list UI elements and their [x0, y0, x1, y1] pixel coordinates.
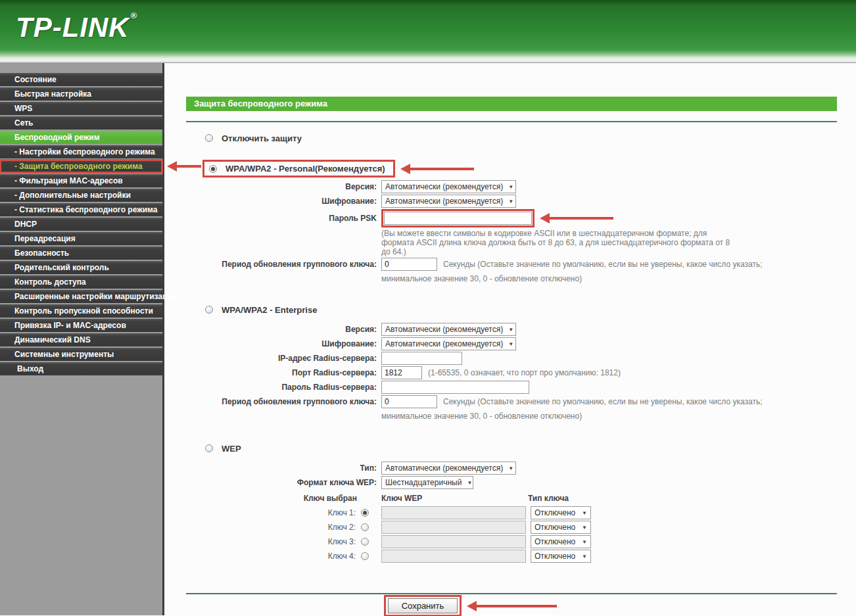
sidebar: СостояниеБыстрая настройкаWPSСетьБеспров… [0, 63, 164, 615]
sidebar-item-label: Сеть [14, 118, 33, 128]
wpa-enterprise-group-key-label: Период обновления группового ключа: [186, 397, 377, 406]
wpa-personal-radio[interactable] [209, 165, 217, 173]
wep-type-select[interactable]: Автоматически (рекомендуется) ▼ [381, 462, 516, 475]
wpa-enterprise-label: WPA/WPA2 - Enterprise [222, 305, 317, 315]
wpa-enterprise-version-select[interactable]: Автоматически (рекомендуется) ▼ [381, 323, 516, 336]
wep-key4-radio[interactable] [361, 552, 369, 560]
wep-key3-type-value: Отключено [535, 537, 575, 546]
wep-col-key: Ключ WEP [381, 494, 528, 503]
wpa-enterprise-encryption-select[interactable]: Автоматически (рекомендуется) ▼ [381, 337, 516, 350]
wpa-personal-label: WPA/WPA2 - Personal(Рекомендуется) [226, 164, 385, 174]
sidebar-item-label: - Фильтрация MAC-адресов [14, 176, 123, 185]
wep-key3-label: Ключ 3: [328, 537, 356, 546]
wep-key1-radio[interactable] [361, 509, 369, 517]
sidebar-item-label: Системные инструменты [14, 350, 114, 359]
wep-key4-label: Ключ 4: [328, 552, 356, 561]
annotation-arrow-wpa-personal [400, 164, 474, 174]
wpa-enterprise-radio[interactable] [205, 306, 213, 314]
sidebar-item-wireless[interactable]: Беспроводной режим [0, 131, 162, 144]
wep-format-label: Формат ключа WEP: [186, 478, 377, 487]
sidebar-item-network[interactable]: Сеть [0, 116, 162, 130]
wpa-personal-encryption-select[interactable]: Автоматически (рекомендуется) ▼ [381, 195, 516, 208]
wep-radio[interactable] [205, 444, 213, 452]
top-banner: TP-LINK® [0, 0, 856, 63]
sidebar-item-label: Переадресация [14, 234, 76, 243]
save-button[interactable]: Сохранить [388, 598, 458, 613]
sidebar-item-label: - Защита беспроводного режима [14, 162, 143, 171]
wep-col-type: Тип ключа [528, 494, 569, 503]
wep-key2-type-select[interactable]: Отключено▼ [531, 521, 591, 534]
sidebar-item-dynamic-dns[interactable]: Динамический DNS [0, 333, 162, 346]
sidebar-item-dhcp[interactable]: DHCP [0, 218, 162, 231]
sidebar-item-advanced-wireless[interactable]: - Дополнительные настройки [0, 189, 162, 202]
sidebar-item-status[interactable]: Состояние [0, 73, 162, 86]
sidebar-item-label: Динамический DNS [14, 335, 91, 344]
radius-password-input[interactable] [381, 381, 529, 394]
sidebar-item-security[interactable]: Безопасность [0, 247, 162, 260]
sidebar-item-wps[interactable]: WPS [0, 102, 162, 115]
chevron-down-icon: ▼ [582, 554, 587, 559]
psk-password-input[interactable] [384, 212, 532, 225]
wep-format-value: Шестнадцатеричный [385, 478, 462, 487]
sidebar-item-mac-filtering[interactable]: - Фильтрация MAC-адресов [0, 174, 162, 187]
radius-port-label: Порт Radius-сервера: [186, 368, 377, 377]
sidebar-item-system-tools[interactable]: Системные инструменты [0, 348, 162, 361]
sidebar-item-forwarding[interactable]: Переадресация [0, 232, 162, 245]
disable-security-option[interactable]: Отключить защиту [205, 131, 840, 145]
wep-key1-type-select[interactable]: Отключено▼ [531, 506, 591, 519]
wpa-personal-encryption-value: Автоматически (рекомендуется) [385, 197, 503, 206]
sidebar-item-label: Контроль пропускной способности [14, 306, 153, 316]
radius-ip-input[interactable] [381, 352, 462, 365]
sidebar-item-bandwidth-control[interactable]: Контроль пропускной способности [0, 304, 162, 318]
wep-format-select[interactable]: Шестнадцатеричный ▼ [381, 476, 473, 489]
wpa-enterprise-group-key-hint-2: минимальное значение 30, 0 - обновление … [381, 412, 582, 421]
sidebar-item-wireless-statistics[interactable]: - Статистика беспроводного режима [0, 203, 162, 216]
sidebar-item-advanced-routing[interactable]: Расширенные настройки маршрутизации [0, 290, 162, 303]
wpa-enterprise-option[interactable]: WPA/WPA2 - Enterprise [205, 302, 840, 317]
psk-password-label: Пароль PSK [186, 214, 377, 223]
sidebar-item-access-control[interactable]: Контроль доступа [0, 275, 162, 289]
wpa-enterprise-version-value: Автоматически (рекомендуется) [385, 325, 503, 334]
wpa-enterprise-group-key-input[interactable] [381, 395, 437, 408]
annotation-arrow-sidebar [167, 161, 201, 172]
radius-port-input[interactable] [381, 366, 422, 379]
wpa-enterprise-version-label: Версия: [186, 325, 377, 334]
wep-type-value: Автоматически (рекомендуется) [385, 463, 503, 473]
wpa-personal-group-key-label: Период обновления группового ключа: [186, 260, 377, 269]
chevron-down-icon: ▼ [508, 199, 513, 204]
wep-key-row: Ключ 3: Отключено▼ [186, 535, 840, 548]
wep-key2-radio[interactable] [361, 523, 369, 531]
sidebar-item-label: - Статистика беспроводного режима [14, 205, 157, 214]
sidebar-item-label: Выход [17, 364, 43, 373]
wep-type-label: Тип: [186, 463, 377, 473]
chevron-down-icon: ▼ [508, 341, 513, 347]
top-separator [186, 121, 837, 122]
annotation-box-wpa-personal: WPA/WPA2 - Personal(Рекомендуется) [202, 160, 395, 178]
chevron-down-icon: ▼ [467, 480, 472, 486]
sidebar-item-label: Контроль доступа [14, 277, 86, 287]
main-content: Защита беспроводного режима Отключить за… [164, 63, 856, 615]
wpa-enterprise-encryption-value: Автоматически (рекомендуется) [385, 339, 503, 348]
wep-option[interactable]: WEP [205, 441, 840, 456]
wep-key3-radio[interactable] [361, 538, 369, 546]
sidebar-item-wireless-security[interactable]: - Защита беспроводного режима [0, 160, 162, 173]
disable-security-radio[interactable] [205, 134, 213, 142]
wpa-personal-version-value: Автоматически (рекомендуется) [385, 182, 503, 191]
wireless-security-form: Отключить защиту WPA/WPA2 - Personal(Рек… [186, 131, 840, 616]
sidebar-item-label: Безопасность [14, 249, 69, 258]
sidebar-item-label: Родительский контроль [14, 263, 109, 272]
sidebar-item-logout[interactable]: Выход [0, 362, 162, 375]
sidebar-item-wireless-settings[interactable]: - Настройки беспроводного режима [0, 145, 162, 158]
chevron-down-icon: ▼ [582, 525, 587, 531]
wep-key3-type-select[interactable]: Отключено▼ [531, 535, 591, 548]
annotation-box-save: Сохранить [384, 595, 462, 616]
wpa-personal-option[interactable]: WPA/WPA2 - Personal(Рекомендуется) [202, 160, 840, 178]
wpa-personal-version-select[interactable]: Автоматически (рекомендуется) ▼ [381, 180, 516, 193]
wpa-personal-group-key-input[interactable] [381, 258, 437, 271]
sidebar-item-quick-setup[interactable]: Быстрая настройка [0, 87, 162, 101]
disable-security-label: Отключить защиту [222, 133, 302, 143]
sidebar-item-parental-control[interactable]: Родительский контроль [0, 261, 162, 274]
wep-key4-type-select[interactable]: Отключено▼ [531, 550, 591, 563]
wpa-personal-version-label: Версия: [186, 182, 377, 191]
sidebar-item-ip-mac-binding[interactable]: Привязка IP- и MAC-адресов [0, 319, 162, 332]
